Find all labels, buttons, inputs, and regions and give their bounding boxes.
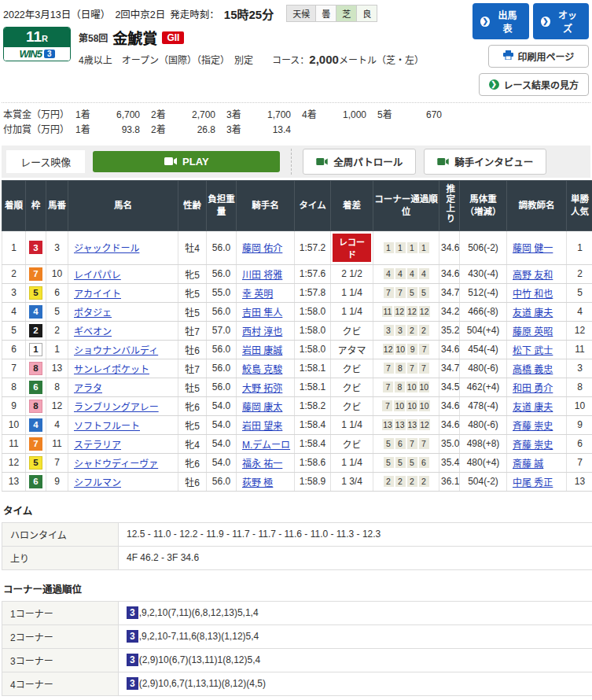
frame-number: 7 [29,437,42,451]
jockey-link[interactable]: 藤岡 佑介 [242,243,282,254]
result-row: 2 7 10 レイパパレ 牝5 56.0 川田 将雅 1:57.6 2 1/2 … [2,264,592,283]
patrol-video-button[interactable]: 全周パトロール [303,149,416,175]
corner-order-cell: 7877 [373,359,439,378]
margin-cell: 1 1/4 [331,302,373,321]
trainer-link[interactable]: 藤原 英昭 [513,326,553,337]
trainer-link[interactable]: 斉藤 崇史 [513,421,553,432]
trainer-link[interactable]: 中尾 秀正 [513,477,553,488]
horse-number: 3 [46,230,68,264]
jockey-link[interactable]: 岩田 望来 [242,421,282,432]
horse-name-link[interactable]: ランブリングアレー [74,402,159,413]
corner1-pos: 7 [384,363,394,374]
jockey-link[interactable]: 大野 拓弥 [242,383,282,394]
trainer-link[interactable]: 友道 康夫 [513,402,553,413]
jockey-cell: 幸 英明 [237,283,295,302]
corner-label: 1コーナー [2,601,119,624]
jockey-interview-button[interactable]: 騎手インタビュー [424,149,546,175]
corner-order-cell: 2222 [373,472,439,491]
leader-badge: 3 [127,606,138,619]
horse-name-link[interactable]: アラタ [74,383,102,394]
horse-name-link[interactable]: レイパパレ [74,270,121,281]
shutsuba-button[interactable]: ❯ 出馬表 [472,3,529,39]
horse-name-link[interactable]: ポタジェ [74,308,112,319]
main-prize-values: 1着6,700 2着2,700 3着1,700 4着1,000 5着670 [75,108,453,123]
play-button[interactable]: PLAY [93,151,280,172]
margin-cell: クビ [331,396,373,415]
trainer-link[interactable]: 友道 康夫 [513,308,553,319]
col-horse-no: 馬番 [46,181,68,231]
frame-cell: 3 [26,230,46,264]
corner4-pos: 2 [419,476,429,487]
body-weight: 504(-2) [460,472,507,491]
furlong-label: ハロンタイム [2,522,119,546]
jockey-link[interactable]: 幸 英明 [242,289,273,300]
jockey-cell: 福永 祐一 [237,453,295,472]
prize-pair: 3着1,700 [226,108,302,123]
trainer-link[interactable]: 高野 友和 [513,270,553,281]
extra-prize-line: 付加賞（万円） 1着93.8 2着26.8 3着13.4 [3,123,590,138]
jockey-link[interactable]: 川田 将雅 [242,270,282,281]
trainer-link[interactable]: 斎藤 誠 [513,459,543,470]
body-weight: 466(-8) [460,302,507,321]
jockey-cell: 岩田 康誠 [237,340,295,359]
trainer-link[interactable]: 斉藤 崇史 [513,440,553,451]
corner2-pos: 2 [395,476,406,487]
corner4-pos: 10 [419,400,430,411]
col-horse-name: 馬名 [68,181,178,231]
turf-label: 芝 [336,6,357,21]
weight-carried: 57.0 [207,321,237,340]
finish-pos: 1 [2,230,26,264]
trainer-link[interactable]: 和田 勇介 [513,383,553,394]
finish-time: 1:58.2 [295,396,331,415]
jockey-link[interactable]: 福永 祐一 [242,459,282,470]
weight-carried: 54.0 [207,453,237,472]
jockey-link[interactable]: 岩田 康誠 [242,345,282,356]
margin-cell: 1 1/4 [331,283,373,302]
divider [291,149,292,175]
agari-row: 上り 4F 46.2 - 3F 34.6 [2,546,592,569]
jockey-link[interactable]: M.デムーロ [242,440,290,451]
margin-value: レコード [333,234,371,262]
jockey-link[interactable]: 藤岡 康太 [242,402,282,413]
jockey-link[interactable]: 吉田 隼人 [242,308,282,319]
horse-name-link[interactable]: ステラリア [74,440,121,451]
furlong-row: ハロンタイム 12.5 - 11.0 - 12.2 - 11.9 - 11.7 … [2,522,592,546]
sex-age: 牡4 [178,230,207,264]
corner3-pos: 7 [407,363,417,374]
horse-name-link[interactable]: ソフトフルート [74,421,140,432]
horse-name-link[interactable]: ジャックドール [74,243,139,254]
jockey-link[interactable]: 鮫島 克駿 [242,364,282,375]
frame-number: 6 [29,475,42,488]
jockey-cell: 川田 将雅 [237,264,295,283]
trainer-link[interactable]: 高橋 義忠 [513,364,553,375]
horse-name-link[interactable]: サンレイポケット [74,364,149,375]
odds-button[interactable]: ❯ オッズ [533,3,590,39]
trainer-link[interactable]: 松下 武士 [513,345,553,356]
horse-name-link[interactable]: ショウナンバルディ [74,345,158,356]
trainer-cell: 藤岡 健一 [507,230,567,264]
horse-name-link[interactable]: シフルマン [74,477,121,488]
horse-name-link[interactable]: ギベオン [74,326,112,337]
jockey-link[interactable]: 西村 淳也 [242,326,282,337]
finish-time: 1:57.8 [295,283,331,302]
frame-number: 5 [29,286,42,300]
margin-cell: クビ [331,434,373,453]
win-popularity: 3 [567,359,592,378]
print-page-button[interactable]: 印刷用ページ [488,45,589,68]
margin-cell: 1 1/4 [331,415,373,434]
col-last3f: 推定上り [439,181,460,231]
results-guide-button[interactable]: ❯ レース結果の見方 [479,73,589,96]
finish-pos: 10 [2,415,26,434]
horse-name-link[interactable]: シャドウディーヴァ [74,459,158,470]
corner1-pos: 3 [384,325,394,336]
corner4-pos: 7 [419,438,429,449]
last3f-time: 34.2 [439,302,460,321]
margin-cell: アタマ [331,340,373,359]
jockey-link[interactable]: 荻野 極 [242,477,273,488]
trainer-link[interactable]: 藤岡 健一 [513,243,553,254]
body-weight: 480(-6) [460,415,507,434]
horse-name-cell: ショウナンバルディ [68,340,178,359]
horse-number: 10 [46,264,68,283]
trainer-link[interactable]: 中竹 和也 [513,289,553,300]
horse-name-link[interactable]: アカイイト [74,289,121,300]
